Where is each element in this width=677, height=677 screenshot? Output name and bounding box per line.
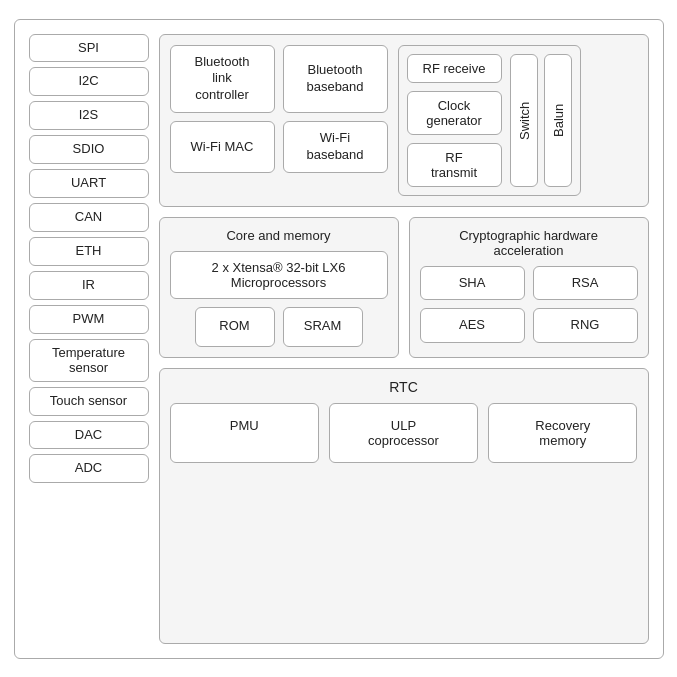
- io-eth: ETH: [29, 237, 149, 266]
- right-col: Bluetoothlinkcontroller Bluetoothbaseban…: [159, 34, 649, 644]
- bt-wifi-col: Bluetoothlinkcontroller Bluetoothbaseban…: [170, 45, 388, 196]
- rf-col: RF receive Clockgenerator RFtransmit: [407, 54, 502, 187]
- rom-box: ROM: [195, 307, 275, 347]
- crypto-grid: SHA RSA AES RNG: [420, 266, 638, 344]
- core-section: Core and memory 2 x Xtensa® 32-bit LX6Mi…: [159, 217, 399, 358]
- wireless-section: Bluetoothlinkcontroller Bluetoothbaseban…: [159, 34, 649, 207]
- io-uart: UART: [29, 169, 149, 198]
- rtc-title: RTC: [170, 379, 638, 395]
- io-can: CAN: [29, 203, 149, 232]
- processor-box: 2 x Xtensa® 32-bit LX6Microprocessors: [170, 251, 388, 299]
- core-bottom: ROM SRAM: [170, 307, 388, 347]
- wifi-baseband: Wi-Fibaseband: [283, 121, 388, 173]
- io-i2c: I2C: [29, 67, 149, 96]
- io-adc: ADC: [29, 454, 149, 483]
- middle-section: Core and memory 2 x Xtensa® 32-bit LX6Mi…: [159, 217, 649, 358]
- ulp-box: ULPcoprocessor: [329, 403, 478, 463]
- io-dac: DAC: [29, 421, 149, 450]
- crypto-section: Cryptographic hardwareacceleration SHA R…: [409, 217, 649, 358]
- bluetooth-link-controller: Bluetoothlinkcontroller: [170, 45, 275, 114]
- io-pwm: PWM: [29, 305, 149, 334]
- io-temp: Temperaturesensor: [29, 339, 149, 382]
- io-ir: IR: [29, 271, 149, 300]
- pmu-box: PMU: [170, 403, 319, 463]
- clock-generator: Clockgenerator: [407, 91, 502, 135]
- wifi-mac: Wi-Fi MAC: [170, 121, 275, 173]
- rtc-bottom: PMU ULPcoprocessor Recoverymemory: [170, 403, 638, 463]
- io-touch: Touch sensor: [29, 387, 149, 416]
- rf-section: RF receive Clockgenerator RFtransmit Swi…: [398, 45, 581, 196]
- rtc-section: RTC PMU ULPcoprocessor Recoverymemory: [159, 368, 649, 644]
- switch-balun-col: Switch Balun: [510, 54, 572, 187]
- rsa-box: RSA: [533, 266, 638, 301]
- sram-box: SRAM: [283, 307, 363, 347]
- left-io-column: SPI I2C I2S SDIO UART CAN ETH IR PWM Tem…: [29, 34, 149, 644]
- io-sdio: SDIO: [29, 135, 149, 164]
- switch-box: Switch: [510, 54, 538, 187]
- crypto-title: Cryptographic hardwareacceleration: [420, 228, 638, 258]
- recovery-memory-box: Recoverymemory: [488, 403, 637, 463]
- core-title: Core and memory: [170, 228, 388, 243]
- io-spi: SPI: [29, 34, 149, 63]
- rf-receive: RF receive: [407, 54, 502, 83]
- rng-box: RNG: [533, 308, 638, 343]
- aes-box: AES: [420, 308, 525, 343]
- diagram: SPI I2C I2S SDIO UART CAN ETH IR PWM Tem…: [14, 19, 664, 659]
- io-i2s: I2S: [29, 101, 149, 130]
- bluetooth-baseband: Bluetoothbaseband: [283, 45, 388, 114]
- sha-box: SHA: [420, 266, 525, 301]
- rf-transmit: RFtransmit: [407, 143, 502, 187]
- balun-box: Balun: [544, 54, 572, 187]
